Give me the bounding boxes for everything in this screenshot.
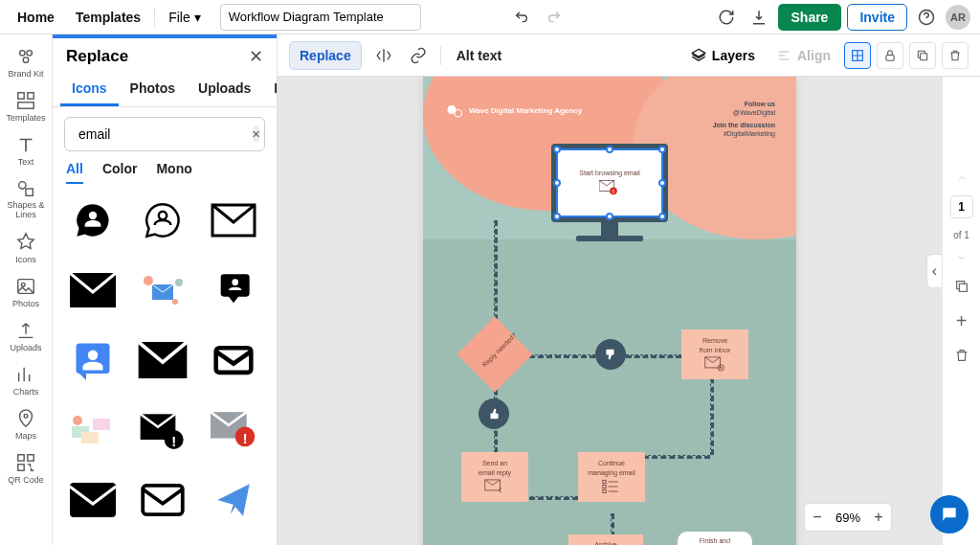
decision-reply-needed[interactable]: Reply needed? (457, 316, 532, 392)
svg-rect-12 (18, 455, 24, 461)
search-input[interactable] (78, 126, 246, 142)
zoom-value[interactable]: 69% (830, 511, 866, 525)
envelope-outline-icon[interactable] (205, 197, 262, 243)
filter-color[interactable]: Color (102, 161, 138, 184)
mail-alert-icon: ! (599, 180, 620, 197)
chevron-up-icon[interactable] (955, 172, 969, 184)
rail-templates[interactable]: Templates (0, 84, 52, 128)
selected-element[interactable]: Start browsing email ! (558, 150, 661, 216)
share-button[interactable]: Share (778, 4, 842, 31)
zoom-in-button[interactable]: + (866, 504, 891, 531)
flip-button[interactable] (371, 43, 396, 68)
resize-handle[interactable] (606, 146, 613, 153)
chat-person-icon-filled[interactable] (64, 197, 122, 243)
email-collage-color-icon[interactable] (64, 407, 122, 453)
email-marketing-color-icon[interactable] (134, 267, 191, 313)
svg-rect-13 (28, 455, 33, 461)
rail-brand-kit[interactable]: Brand Kit (0, 40, 52, 84)
resize-handle[interactable] (658, 213, 666, 220)
chat-fab[interactable] (930, 495, 969, 534)
node-remove-inbox[interactable]: Remove from inbox (681, 329, 748, 379)
user-avatar[interactable]: AR (946, 5, 970, 30)
contact-person-blue-icon[interactable] (64, 337, 122, 383)
rail-text[interactable]: Text (0, 128, 52, 172)
node-continue[interactable]: Continue managing email (578, 452, 645, 502)
design-page[interactable]: Wave Digital Marketing Agency Follow us … (423, 77, 796, 545)
tab-logos[interactable]: Logos (262, 71, 277, 106)
close-panel-button[interactable]: ✕ (249, 46, 263, 67)
tab-photos[interactable]: Photos (119, 71, 187, 106)
mail-alert-gray-icon[interactable]: ! (205, 407, 262, 453)
social-callout[interactable]: Follow us @WaveDigital Join the discussi… (713, 100, 775, 138)
tab-icons[interactable]: Icons (60, 71, 119, 106)
clear-search-button[interactable]: ✕ (252, 125, 260, 143)
thumbs-down-node[interactable] (595, 339, 626, 370)
delete-button[interactable] (942, 42, 969, 69)
invite-button[interactable]: Invite (847, 4, 907, 31)
add-page-button[interactable]: + (950, 309, 973, 332)
resize-handle[interactable] (553, 179, 561, 187)
chat-person-icon-outline[interactable] (134, 197, 191, 243)
envelope-filled-3-icon[interactable] (64, 477, 122, 523)
envelope-filled-icon[interactable] (64, 267, 122, 313)
canvas[interactable]: Wave Digital Marketing Agency Follow us … (278, 77, 942, 545)
replace-button[interactable]: Replace (289, 41, 362, 70)
templates-link[interactable]: Templates (68, 4, 148, 31)
envelope-filled-2-icon[interactable] (134, 337, 191, 383)
node-archive[interactable]: Archive newsletters (568, 534, 643, 545)
rail-charts[interactable]: Charts (0, 358, 52, 402)
layers-button[interactable]: Layers (683, 44, 763, 67)
undo-button[interactable] (508, 4, 535, 31)
resize-handle[interactable] (553, 146, 561, 153)
chat-person-bubble-icon[interactable] (205, 267, 262, 313)
home-link[interactable]: Home (10, 4, 62, 31)
node-finish[interactable]: Finish and sign out of email (678, 532, 752, 545)
connector (626, 354, 681, 358)
left-rail: Brand Kit Templates Text Shapes & Lines … (0, 34, 53, 545)
envelope-bold-outline-icon[interactable] (205, 337, 262, 383)
svg-point-2 (27, 51, 32, 57)
current-page[interactable]: 1 (950, 195, 973, 218)
start-node-label: Start browsing email (579, 170, 639, 176)
svg-rect-28 (215, 348, 251, 373)
filter-mono[interactable]: Mono (156, 161, 191, 184)
node-send-reply[interactable]: Send an email reply (461, 452, 528, 502)
resize-handle[interactable] (606, 213, 613, 220)
chevron-down-icon[interactable] (955, 252, 969, 263)
copy-page-button[interactable] (950, 275, 973, 298)
lock-button[interactable] (877, 42, 903, 69)
link-button[interactable] (406, 43, 431, 68)
resize-handle[interactable] (553, 213, 561, 220)
envelope-outline-2-icon[interactable] (134, 477, 191, 523)
delete-page-button[interactable] (950, 344, 973, 367)
search-box[interactable]: ✕ (64, 117, 265, 151)
alt-text-button[interactable]: Alt text (451, 44, 507, 67)
svg-rect-42 (886, 55, 894, 60)
thumbs-up-node[interactable] (479, 398, 509, 429)
agency-logo[interactable]: Wave Digital Marketing Agency (446, 103, 582, 119)
zoom-out-button[interactable]: − (805, 504, 830, 531)
filter-all[interactable]: All (66, 161, 83, 184)
snap-button[interactable] (844, 42, 871, 69)
rail-qr[interactable]: QR Code (0, 446, 52, 490)
download-button[interactable] (746, 4, 772, 31)
resize-handle[interactable] (658, 146, 666, 153)
file-menu[interactable]: File ▾ (161, 6, 209, 29)
resize-handle[interactable] (658, 179, 666, 187)
rail-icons[interactable]: Icons (0, 226, 52, 270)
paper-plane-blue-icon[interactable] (205, 477, 262, 523)
rail-photos[interactable]: Photos (0, 270, 52, 314)
sync-icon[interactable] (713, 4, 740, 31)
redo-button[interactable] (541, 4, 568, 31)
rail-uploads[interactable]: Uploads (0, 314, 52, 358)
rail-shapes[interactable]: Shapes & Lines (0, 172, 52, 226)
svg-rect-53 (603, 485, 606, 488)
rail-maps[interactable]: Maps (0, 402, 52, 446)
collapse-pager-button[interactable]: ‹ (926, 254, 942, 288)
mail-alert-black-icon[interactable]: ! (134, 407, 191, 453)
tab-uploads[interactable]: Uploads (187, 71, 262, 106)
duplicate-button[interactable] (909, 42, 936, 69)
monitor-graphic[interactable]: Start browsing email ! (551, 144, 668, 241)
document-title-input[interactable] (220, 4, 421, 31)
help-button[interactable] (913, 4, 940, 31)
